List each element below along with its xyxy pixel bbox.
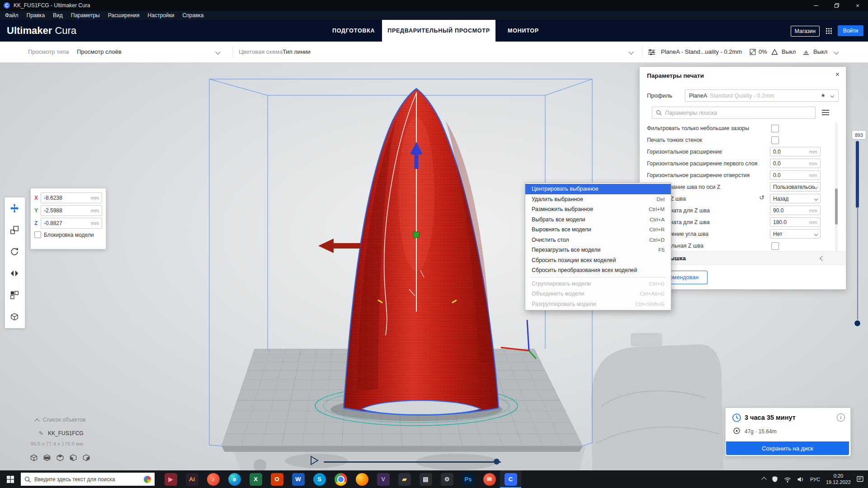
taskbar-clock[interactable]: 0:20 19.12.2022 <box>826 473 851 486</box>
settings-search-input[interactable]: Параметры поиска <box>652 107 816 119</box>
explorer-icon[interactable]: ▰ <box>394 470 415 488</box>
notification-center-icon[interactable] <box>857 476 864 483</box>
layer-slider-track[interactable] <box>857 207 858 322</box>
minimize-button[interactable] <box>806 0 826 11</box>
simulation-slider-handle[interactable] <box>494 459 500 465</box>
per-model-settings-button[interactable] <box>5 284 24 306</box>
scrollbar-thumb[interactable] <box>835 188 838 225</box>
layer-slider-handle[interactable] <box>854 320 861 327</box>
context-menu-item[interactable]: Выровнять все моделиCtrl+R <box>525 225 671 235</box>
menubar-item[interactable]: Настройки <box>144 11 179 20</box>
setting-dropdown[interactable]: Назад <box>770 194 821 203</box>
color-scheme-dropdown[interactable]: Тип линии <box>283 42 311 62</box>
view-left-icon[interactable] <box>68 453 78 463</box>
print-setup-profile[interactable]: PlaneA - Stand...uality - 0.2mm <box>661 42 742 62</box>
context-menu-item[interactable]: Очистить столCtrl+D <box>525 235 671 245</box>
marketplace-button[interactable]: Магазин <box>791 26 820 37</box>
filter-menu-icon[interactable] <box>821 109 830 116</box>
menubar-item[interactable]: Справка <box>178 11 208 20</box>
menubar-item[interactable]: Файл <box>1 11 23 20</box>
setting-checkbox[interactable] <box>771 136 779 144</box>
vlc-icon[interactable]: V <box>373 470 394 488</box>
object-list-header[interactable]: Список объектов <box>43 417 85 423</box>
excel-icon[interactable]: X <box>245 470 266 488</box>
network-icon[interactable] <box>784 476 791 483</box>
chevron-down-icon[interactable] <box>215 49 220 54</box>
media-player-icon[interactable]: ▶ <box>160 470 181 488</box>
chevron-down-icon[interactable] <box>834 49 839 54</box>
sign-in-button[interactable]: Войти <box>838 25 863 36</box>
close-icon[interactable]: × <box>835 70 840 79</box>
layer-slider-range[interactable] <box>856 141 859 208</box>
firefox-icon[interactable] <box>351 470 373 488</box>
setting-input[interactable]: 180.0mm <box>770 217 821 227</box>
view-top-icon[interactable] <box>55 453 65 463</box>
info-icon[interactable]: i <box>837 413 845 422</box>
view-3d-icon[interactable] <box>29 453 39 463</box>
profile-dropdown[interactable]: PlaneA Standard Quality - 0.2mm ★ <box>685 89 839 102</box>
tab-preview[interactable]: ПРЕДВАРИТЕЛЬНЫЙ ПРОСМОТР <box>382 20 495 42</box>
setting-dropdown[interactable]: Пользовательский <box>770 182 821 192</box>
x-position-field[interactable]: -8.6238 mm <box>41 192 102 203</box>
restore-button[interactable] <box>826 0 847 11</box>
applications-grid-icon[interactable] <box>826 28 832 34</box>
rotate-tool-button[interactable] <box>5 241 24 263</box>
setting-checkbox[interactable] <box>771 242 779 250</box>
object-name[interactable]: KK_FUS1FCG <box>48 430 84 436</box>
context-menu-item[interactable]: Центрировать выбранное <box>525 184 671 194</box>
lock-model-checkbox[interactable] <box>34 231 41 238</box>
setting-checkbox[interactable] <box>771 125 779 132</box>
close-button[interactable]: × <box>847 0 868 11</box>
star-icon[interactable]: ★ <box>821 92 826 99</box>
mirror-tool-button[interactable] <box>5 263 24 284</box>
save-to-disk-button[interactable]: Сохранить на диск <box>726 441 849 455</box>
model[interactable] <box>344 89 499 415</box>
taskbar-search-input[interactable]: Введите здесь текст для поиска <box>21 473 155 486</box>
settings-icon[interactable]: ⚙ <box>436 470 458 488</box>
move-tool-button[interactable] <box>5 197 24 219</box>
edge-icon[interactable]: e <box>224 470 245 488</box>
setting-input[interactable]: 0.0mm <box>770 147 821 156</box>
context-menu-item[interactable]: Удалить выбранноеDel <box>525 194 671 205</box>
mail-icon[interactable]: ✉ <box>479 470 500 488</box>
setting-input[interactable]: 0.0mm <box>770 159 821 168</box>
setting-input[interactable]: 0.0mm <box>770 170 821 180</box>
context-menu-item[interactable]: Перезагрузить все моделиF5 <box>525 245 671 255</box>
notes-icon[interactable]: ▤ <box>415 470 436 488</box>
menubar-item[interactable]: Расширения <box>104 11 144 20</box>
menubar-item[interactable]: Параметры <box>67 11 104 20</box>
setting-dropdown[interactable]: Нет <box>770 229 821 239</box>
context-menu-item[interactable]: Размножить выбранноеCtrl+M <box>525 204 671 215</box>
language-indicator[interactable]: РУС <box>810 477 820 482</box>
view-right-icon[interactable] <box>81 453 91 463</box>
office-icon[interactable]: O <box>266 470 288 488</box>
start-button[interactable] <box>0 470 21 488</box>
x-axis-arrow[interactable] <box>318 239 361 253</box>
tab-monitor[interactable]: МОНИТОР <box>508 20 539 42</box>
illustrator-icon[interactable]: Ai <box>181 470 203 488</box>
menubar-item[interactable]: Вид <box>49 11 67 20</box>
y-position-field[interactable]: -2.5988 mm <box>41 205 102 216</box>
tab-prepare[interactable]: ПОДГОТОВКА <box>332 20 375 42</box>
cura-icon[interactable]: C <box>500 470 521 488</box>
chevron-down-icon[interactable] <box>628 49 633 54</box>
setting-input[interactable]: 90.0mm <box>770 206 821 215</box>
context-menu-item[interactable]: Выбрать все моделиCtrl+A <box>525 215 671 225</box>
reset-icon[interactable]: ↺ <box>759 194 764 201</box>
chrome-icon[interactable] <box>330 470 351 488</box>
simulation-slider-track[interactable] <box>324 461 501 463</box>
word-icon[interactable]: W <box>288 470 309 488</box>
view-front-icon[interactable] <box>42 453 52 463</box>
view-type-dropdown[interactable]: Просмотр слоёв <box>77 42 122 62</box>
shield-icon[interactable] <box>772 476 778 483</box>
play-button[interactable] <box>309 455 319 466</box>
context-menu-item[interactable]: Сбросить преобразования всех моделей <box>525 265 671 276</box>
settings-scrollbar[interactable] <box>835 122 838 252</box>
menubar-item[interactable]: Правка <box>23 11 49 20</box>
support-blocker-button[interactable] <box>5 306 24 328</box>
aimp-icon[interactable]: ♪ <box>203 470 224 488</box>
origin-marker[interactable] <box>413 232 419 238</box>
skype-icon[interactable]: S <box>309 470 330 488</box>
photoshop-icon[interactable]: Ps <box>458 470 479 488</box>
volume-icon[interactable] <box>797 476 804 483</box>
